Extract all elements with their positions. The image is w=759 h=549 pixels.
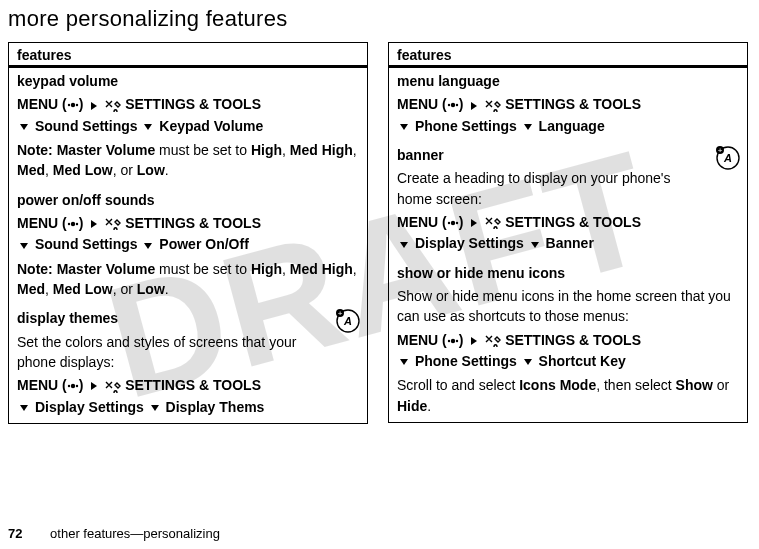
center-key-icon	[67, 215, 79, 231]
svg-point-20	[448, 222, 450, 224]
tools-icon	[105, 95, 121, 115]
menu-item: Sound Settings	[35, 236, 138, 252]
menu-path: MENU () SETTINGS & TOOLS Display Setting…	[17, 375, 359, 417]
menu-label: MENU	[397, 96, 438, 112]
svg-point-23	[448, 339, 450, 341]
arrow-down-icon	[20, 243, 28, 249]
arrow-right-icon	[91, 102, 97, 110]
svg-text:+: +	[718, 146, 723, 155]
feature-title: show or hide menu icons	[397, 263, 739, 283]
menu-label: MENU	[17, 215, 58, 231]
tools-icon	[105, 214, 121, 234]
feature-cell: banner A+ Create a heading to display on…	[389, 142, 748, 260]
arrow-right-icon	[91, 220, 97, 228]
features-table-right: features menu language MENU () SETTINGS …	[388, 42, 748, 423]
svg-point-13	[448, 104, 450, 106]
menu-item: Phone Settings	[415, 118, 517, 134]
menu-section: SETTINGS & TOOLS	[505, 214, 641, 230]
table-header: features	[9, 43, 368, 67]
menu-item: Display Settings	[415, 235, 524, 251]
tools-icon	[485, 331, 501, 351]
menu-path: MENU () SETTINGS & TOOLS Phone Settings …	[397, 330, 739, 372]
tools-icon	[485, 95, 501, 115]
arrow-down-icon	[144, 124, 152, 130]
optional-feature-icon: A+	[715, 145, 741, 171]
menu-item: Banner	[546, 235, 594, 251]
menu-section: SETTINGS & TOOLS	[125, 377, 261, 393]
page-footer: 72 other features—personalizing	[8, 526, 220, 541]
menu-label: MENU	[17, 377, 58, 393]
svg-text:A: A	[343, 315, 352, 327]
arrow-down-icon	[144, 243, 152, 249]
optional-feature-icon: A+	[335, 308, 361, 334]
page-number: 72	[8, 526, 22, 541]
center-key-icon	[67, 377, 79, 393]
menu-path: MENU () SETTINGS & TOOLS Sound Settings …	[17, 94, 359, 136]
menu-label: MENU	[397, 214, 438, 230]
feature-desc: Create a heading to display on your phon…	[397, 168, 697, 209]
feature-title: display themes	[17, 308, 359, 328]
svg-point-25	[456, 339, 458, 341]
svg-point-12	[76, 385, 78, 387]
menu-label: MENU	[17, 96, 58, 112]
arrow-right-icon	[471, 219, 477, 227]
menu-path: MENU () SETTINGS & TOOLS Phone Settings …	[397, 94, 739, 136]
menu-section: SETTINGS & TOOLS	[125, 96, 261, 112]
menu-section: SETTINGS & TOOLS	[505, 96, 641, 112]
menu-item: Display Thems	[166, 399, 265, 415]
arrow-down-icon	[531, 242, 539, 248]
feature-tail: Scroll to and select Icons Mode, then se…	[397, 375, 739, 416]
menu-item: Power On/Off	[159, 236, 248, 252]
menu-item: Sound Settings	[35, 118, 138, 134]
svg-point-15	[456, 104, 458, 106]
note-text: Note: Master Volume must be set to High,…	[17, 140, 359, 181]
arrow-down-icon	[400, 242, 408, 248]
svg-point-21	[451, 221, 455, 225]
footer-text: other features—personalizing	[50, 526, 220, 541]
arrow-down-icon	[524, 359, 532, 365]
page-heading: more personalizing features	[8, 6, 759, 32]
center-key-icon	[447, 96, 459, 112]
feature-title: menu language	[397, 71, 739, 91]
arrow-down-icon	[151, 405, 159, 411]
tools-icon	[485, 213, 501, 233]
menu-path: MENU () SETTINGS & TOOLS Sound Settings …	[17, 213, 359, 255]
arrow-down-icon	[524, 124, 532, 130]
center-key-icon	[447, 214, 459, 230]
svg-point-11	[71, 384, 75, 388]
svg-point-2	[76, 104, 78, 106]
menu-section: SETTINGS & TOOLS	[505, 332, 641, 348]
menu-item: Phone Settings	[415, 353, 517, 369]
menu-item: Display Settings	[35, 399, 144, 415]
svg-point-10	[68, 385, 70, 387]
arrow-down-icon	[20, 124, 28, 130]
svg-point-24	[451, 338, 455, 342]
svg-point-0	[68, 104, 70, 106]
center-key-icon	[67, 96, 79, 112]
arrow-right-icon	[91, 382, 97, 390]
feature-cell: menu language MENU () SETTINGS & TOOLS P…	[389, 67, 748, 143]
svg-point-3	[68, 223, 70, 225]
menu-path: MENU () SETTINGS & TOOLS Display Setting…	[397, 212, 739, 254]
menu-item: Shortcut Key	[539, 353, 626, 369]
arrow-right-icon	[471, 102, 477, 110]
arrow-down-icon	[400, 124, 408, 130]
feature-cell: display themes A+ Set the colors and sty…	[9, 305, 368, 423]
svg-point-5	[76, 223, 78, 225]
feature-desc: Show or hide menu icons in the home scre…	[397, 286, 739, 327]
menu-item: Language	[539, 118, 605, 134]
svg-point-14	[451, 103, 455, 107]
svg-text:+: +	[338, 309, 343, 318]
feature-cell: power on/off sounds MENU () SETTINGS & T…	[9, 187, 368, 306]
note-text: Note: Master Volume must be set to High,…	[17, 259, 359, 300]
feature-cell: show or hide menu icons Show or hide men…	[389, 260, 748, 423]
features-table-left: features keypad volume MENU () SETTINGS …	[8, 42, 368, 424]
feature-desc: Set the colors and styles of screens tha…	[17, 332, 307, 373]
feature-cell: keypad volume MENU () SETTINGS & TOOLS S…	[9, 67, 368, 187]
feature-title: banner	[397, 145, 739, 165]
svg-point-1	[71, 103, 75, 107]
arrow-down-icon	[400, 359, 408, 365]
menu-section: SETTINGS & TOOLS	[125, 215, 261, 231]
center-key-icon	[447, 332, 459, 348]
feature-title: keypad volume	[17, 71, 359, 91]
